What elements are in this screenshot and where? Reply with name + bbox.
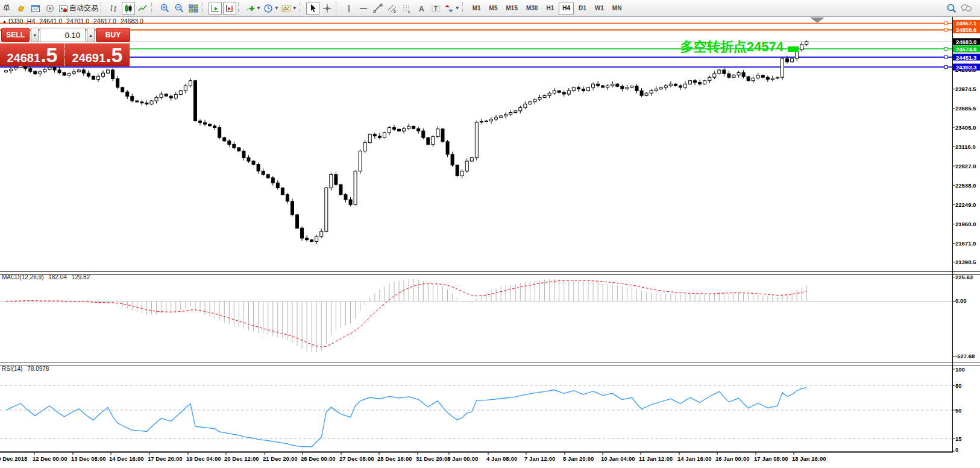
svg-text:24957.1: 24957.1: [956, 20, 977, 27]
rsi-value: 78.0978: [27, 365, 49, 372]
svg-text:22249.0: 22249.0: [955, 201, 976, 208]
svg-text:24303.3: 24303.3: [956, 64, 976, 71]
macd-value-signal: 129.82: [72, 274, 90, 280]
svg-text:24858.6: 24858.6: [956, 27, 976, 33]
rsi-scale-tick: 80: [955, 382, 962, 389]
svg-text:23116.0: 23116.0: [955, 144, 976, 150]
svg-text:31 Dec 20:00: 31 Dec 20:00: [416, 455, 451, 462]
svg-text:24574.8: 24574.8: [956, 46, 976, 52]
macd-pane: [0, 279, 952, 352]
svg-text:23405.0: 23405.0: [955, 124, 976, 131]
rsi-label: RSI(14) 78.0978: [2, 365, 49, 372]
svg-text:19 Dec 04:00: 19 Dec 04:00: [186, 455, 221, 462]
sell-price-main: 24681: [7, 46, 41, 69]
one-click-trading-panel: SELL ▼ ▲ BUY 24681.5 24691.5: [0, 28, 130, 67]
svg-text:7 Jan 12:00: 7 Jan 12:00: [524, 455, 555, 462]
macd-scale-tick: 225.63: [955, 274, 973, 280]
price-line-label[interactable]: 24451.3: [953, 54, 980, 61]
svg-text:21 Dec 20:00: 21 Dec 20:00: [263, 455, 298, 462]
price-line[interactable]: [0, 48, 952, 51]
header-open: 24641.0: [39, 17, 62, 25]
svg-text:13 Dec 08:00: 13 Dec 08:00: [71, 455, 106, 462]
volume-increase-button[interactable]: ▲: [87, 28, 95, 42]
svg-text:21671.0: 21671.0: [955, 240, 976, 247]
macd-histogram: [6, 279, 806, 352]
rsi-line: [6, 388, 806, 447]
rsi-scale-tick: 0: [955, 446, 958, 453]
header-low: 24617.0: [93, 17, 116, 25]
price-line-label[interactable]: 24303.3: [953, 63, 980, 71]
price-line-label[interactable]: 24574.8: [953, 45, 980, 52]
rsi-scale-tick: 15: [955, 435, 962, 442]
macd-scale-tick: -527.68: [955, 353, 975, 359]
price-line-label[interactable]: 24957.1: [953, 20, 980, 27]
svg-text:22827.0: 22827.0: [955, 163, 976, 169]
buy-price-display[interactable]: 24691.5: [65, 43, 130, 66]
svg-text:23974.5: 23974.5: [955, 86, 976, 92]
svg-text:4 Jan 08:00: 4 Jan 08:00: [486, 455, 517, 462]
svg-text:23685.5: 23685.5: [955, 105, 976, 112]
svg-text:21960.0: 21960.0: [955, 221, 976, 227]
svg-text:18 Jan 16:00: 18 Jan 16:00: [792, 455, 826, 462]
rsi-title: RSI(14): [2, 365, 22, 372]
sell-button[interactable]: SELL: [1, 28, 30, 42]
macd-label: MACD(12,26,9) 182.04 129.82: [2, 274, 90, 280]
svg-text:28 Dec 16:00: 28 Dec 16:00: [377, 455, 412, 462]
candle-series: [5, 40, 808, 244]
svg-text:27 Dec 08:00: 27 Dec 08:00: [339, 455, 374, 462]
price-line-label[interactable]: 24683.0: [953, 38, 980, 45]
sell-price-display[interactable]: 24681.5: [0, 43, 64, 66]
svg-text:24451.3: 24451.3: [956, 54, 976, 61]
svg-text:11 Jan 12:00: 11 Jan 12:00: [639, 455, 673, 462]
svg-text:16 Jan 00:00: 16 Jan 00:00: [715, 455, 750, 462]
svg-text:26 Dec 00:00: 26 Dec 00:00: [301, 455, 336, 462]
annotation-box[interactable]: [788, 46, 799, 52]
mt4-window: { "toolbar": { "new_order_label": "单", "…: [0, 0, 980, 468]
chart-canvas[interactable]: 24841.524552.524263.523974.523685.523405…: [0, 0, 980, 468]
buy-button[interactable]: BUY: [96, 28, 130, 42]
svg-text:22538.0: 22538.0: [955, 182, 976, 189]
svg-text:8 Jan 20:00: 8 Jan 20:00: [563, 455, 594, 462]
macd-title: MACD(12,26,9): [2, 274, 43, 280]
pivot-annotation[interactable]: 多空转折点24574: [613, 38, 784, 56]
macd-value-main: 182.04: [48, 274, 67, 280]
price-line-label[interactable]: 24858.6: [953, 27, 980, 34]
price-line[interactable]: [0, 28, 952, 31]
svg-text:17 Dec 20:00: 17 Dec 20:00: [148, 455, 183, 462]
chart-header: ▲DJ30-,H4 24641.0 24701.0 24617.0 24683.…: [2, 17, 146, 25]
svg-text:24683.0: 24683.0: [956, 39, 976, 45]
price-line[interactable]: [0, 66, 952, 69]
svg-text:17 Jan 08:00: 17 Jan 08:00: [754, 455, 788, 462]
svg-text:10 Dec 2018: 10 Dec 2018: [0, 455, 27, 462]
macd-scale-tick: 0.00: [955, 297, 967, 304]
svg-text:10 Jan 04:00: 10 Jan 04:00: [601, 455, 635, 462]
svg-text:14 Dec 16:00: 14 Dec 16:00: [109, 455, 144, 462]
rsi-pane: [0, 385, 952, 447]
buy-price-frac: .5: [105, 43, 122, 67]
svg-text:3 Jan 00:00: 3 Jan 00:00: [447, 455, 478, 462]
volume-input[interactable]: [40, 28, 86, 42]
symbol-period: DJ30-,H4: [8, 17, 35, 25]
sell-price-frac: .5: [40, 43, 57, 67]
svg-text:12 Dec 00:00: 12 Dec 00:00: [33, 455, 68, 462]
direction-up-icon: ▲: [2, 19, 7, 24]
header-close: 24683.0: [121, 17, 143, 25]
main-pane[interactable]: [0, 22, 952, 244]
buy-price-main: 24691: [72, 46, 106, 69]
svg-text:14 Jan 16:00: 14 Jan 16:00: [677, 455, 712, 462]
macd-signal-line: [6, 280, 806, 347]
svg-text:20 Dec 12:00: 20 Dec 12:00: [224, 455, 259, 462]
volume-decrease-button[interactable]: ▼: [31, 28, 39, 42]
header-high: 24701.0: [66, 17, 89, 25]
chart-end-marker-icon: [810, 17, 825, 23]
time-axis-labels: 10 Dec 201812 Dec 00:0013 Dec 08:0014 De…: [0, 452, 826, 462]
svg-text:21390.5: 21390.5: [955, 259, 976, 265]
price-line[interactable]: [0, 55, 952, 58]
rsi-scale-tick: 100: [955, 366, 965, 373]
rsi-scale-tick: 50: [955, 407, 962, 414]
